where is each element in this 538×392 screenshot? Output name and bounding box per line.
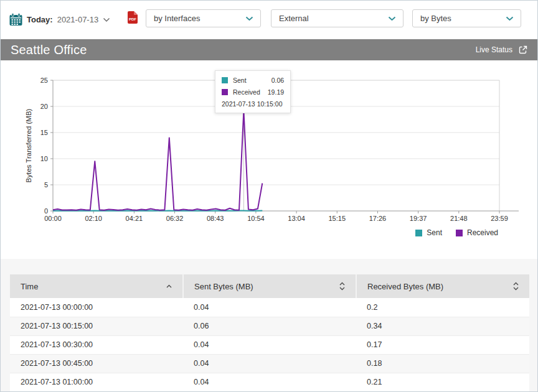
series-line-received: [53, 111, 262, 210]
sent-bytes-cell: 0.04: [183, 373, 356, 391]
x-tick-label: 21:48: [450, 215, 468, 222]
table-row[interactable]: 2021-07-13 00:45:000.040.18: [10, 354, 529, 373]
dropdown-value: by Interfaces: [154, 14, 200, 23]
chart-panel: 051015202500:0002:1004:2106:3208:4310:54…: [1, 60, 537, 259]
legend-item-received[interactable]: Received: [456, 228, 498, 237]
date-label: Today:: [27, 15, 53, 24]
received-bytes-cell: 0.2: [356, 298, 529, 317]
received-bytes-cell: 0.17: [356, 335, 529, 354]
y-tick-label: 5: [44, 181, 48, 189]
table-header-row: TimeSent Bytes (MB)Received Bytes (MB): [10, 274, 529, 298]
pdf-export-icon[interactable]: PDF: [128, 11, 138, 26]
x-tick-label: 10:54: [247, 215, 265, 222]
svg-text:PDF: PDF: [129, 17, 136, 21]
column-header-received-bytes-mb[interactable]: Received Bytes (MB): [356, 274, 529, 298]
column-label: Received Bytes (MB): [367, 282, 443, 291]
column-header-sent-bytes-mb[interactable]: Sent Bytes (MB): [183, 274, 356, 298]
received-bytes-cell: 0.34: [356, 317, 529, 335]
dropdown-value: External: [279, 14, 309, 23]
sort-icon: [339, 282, 345, 291]
y-tick-label: 0: [44, 207, 48, 215]
title-bar: Seattle Office Live Status: [1, 39, 537, 60]
column-label: Time: [21, 282, 38, 291]
chart-tooltip: Sent0.06Received19.19 2021-07-13 10:15:0…: [215, 70, 291, 113]
tooltip-series-label: Received: [233, 88, 268, 96]
tooltip-timestamp: 2021-07-13 10:15:00: [222, 100, 284, 108]
x-tick-label: 02:10: [85, 215, 102, 222]
column-label: Sent Bytes (MB): [194, 282, 253, 291]
legend-swatch: [456, 230, 463, 236]
chevron-down-icon: [506, 16, 514, 21]
sort-icon: [513, 282, 519, 291]
chevron-down-icon: [245, 16, 253, 21]
table-row[interactable]: 2021-07-13 00:30:000.040.17: [10, 335, 529, 354]
tooltip-swatch: [222, 89, 228, 95]
sort-asc-icon: [166, 284, 172, 288]
live-status-label: Live Status: [476, 45, 512, 54]
traffic-table: TimeSent Bytes (MB)Received Bytes (MB) 2…: [10, 274, 529, 392]
time-cell: 2021-07-13 00:30:00: [10, 335, 183, 354]
chevron-down-icon: [388, 16, 396, 21]
external-link-icon: [518, 45, 528, 55]
chevron-down-icon: [103, 17, 110, 22]
time-cell: 2021-07-13 00:00:00: [10, 298, 183, 317]
tooltip-row: Received19.19: [222, 88, 284, 96]
x-tick-label: 08:43: [207, 215, 224, 222]
sent-bytes-cell: 0.06: [183, 317, 356, 335]
x-tick-label: 04:21: [126, 215, 143, 222]
legend-label: Received: [467, 228, 498, 237]
tooltip-swatch: [222, 77, 228, 83]
column-header-time[interactable]: Time: [10, 274, 183, 298]
x-tick-label: 13:04: [288, 215, 305, 222]
x-tick-label: 17:26: [369, 215, 387, 222]
table-row[interactable]: 2021-07-13 00:00:000.040.2: [10, 298, 529, 317]
table-section: TimeSent Bytes (MB)Received Bytes (MB) 2…: [1, 259, 537, 391]
x-tick-label: 00:00: [44, 215, 62, 222]
tooltip-series-value: 19.19: [268, 88, 284, 96]
y-tick-label: 10: [40, 155, 48, 162]
sent-bytes-cell: 0.04: [183, 298, 356, 317]
x-tick-label: 19:37: [410, 215, 427, 222]
date-value: 2021-07-13: [57, 15, 99, 24]
y-tick-label: 20: [40, 103, 48, 110]
x-tick-label: 06:32: [166, 215, 184, 222]
dropdown-by-interfaces[interactable]: by Interfaces: [146, 9, 261, 27]
received-bytes-cell: 0.18: [356, 354, 529, 373]
time-cell: 2021-07-13 01:00:00: [10, 373, 183, 391]
dropdown-by-bytes[interactable]: by Bytes: [412, 9, 521, 27]
toolbar: Today: 2021-07-13 PDF by Interfaces Exte…: [1, 1, 537, 39]
legend-label: Sent: [427, 228, 442, 237]
sent-bytes-cell: 0.04: [183, 354, 356, 373]
legend-swatch: [415, 230, 422, 236]
x-tick-label: 23:59: [491, 215, 508, 222]
y-tick-label: 15: [40, 129, 48, 136]
tooltip-series-label: Sent: [233, 77, 271, 84]
calendar-icon: [9, 13, 22, 26]
y-axis-title: Bytes Transferred (MB): [25, 108, 32, 182]
y-tick-label: 25: [40, 77, 48, 84]
received-bytes-cell: 0.21: [356, 373, 529, 391]
tooltip-series-value: 0.06: [271, 77, 284, 84]
dropdown-interface-external[interactable]: External: [271, 9, 404, 27]
time-cell: 2021-07-13 00:15:00: [10, 317, 183, 335]
date-picker[interactable]: Today: 2021-07-13: [9, 13, 110, 26]
tooltip-row: Sent0.06: [222, 77, 284, 84]
live-status-link[interactable]: Live Status: [476, 39, 528, 60]
sent-bytes-cell: 0.04: [183, 335, 356, 354]
dropdown-value: by Bytes: [420, 14, 451, 23]
chart-legend: SentReceived: [415, 228, 498, 237]
table-row[interactable]: 2021-07-13 01:00:000.040.21: [10, 373, 529, 391]
time-cell: 2021-07-13 00:45:00: [10, 354, 183, 373]
page-title: Seattle Office: [11, 43, 87, 57]
legend-item-sent[interactable]: Sent: [415, 228, 442, 237]
table-row[interactable]: 2021-07-13 00:15:000.060.34: [10, 317, 529, 335]
x-tick-label: 15:15: [329, 215, 346, 222]
